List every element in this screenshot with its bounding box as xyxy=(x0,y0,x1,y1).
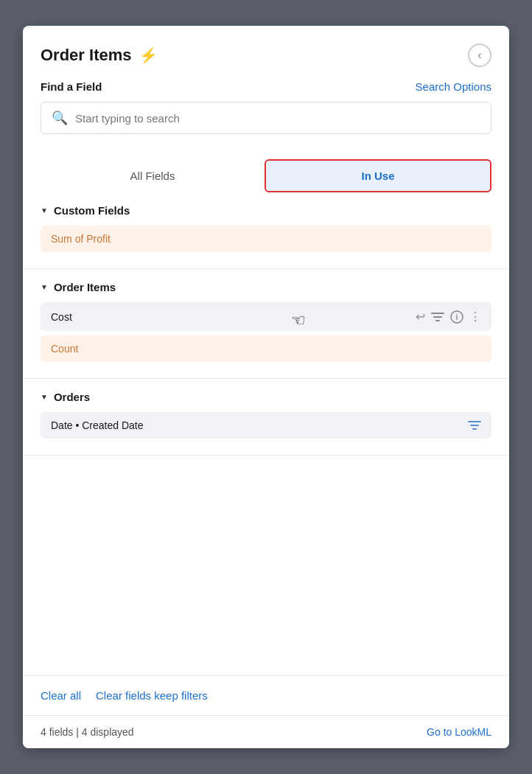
chevron-icon: ▼ xyxy=(41,283,48,291)
field-name: Count xyxy=(51,343,78,355)
section-header-orders[interactable]: ▼ Orders xyxy=(41,391,491,403)
search-box: 🔍 xyxy=(41,102,491,134)
find-field-row: Find a Field Search Options xyxy=(41,80,491,93)
field-icons xyxy=(468,420,481,430)
info-icon[interactable]: i xyxy=(450,310,463,324)
field-date-created[interactable]: Date • Created Date xyxy=(41,412,491,439)
clear-all-button[interactable]: Clear all xyxy=(41,689,81,702)
field-icons: ↩ i xyxy=(416,310,481,324)
field-name: Cost xyxy=(51,311,72,323)
find-field-label: Find a Field xyxy=(41,80,102,93)
section-header-custom-fields[interactable]: ▼ Custom Fields xyxy=(41,204,491,217)
header: Order Items ⚡ ‹ Find a Field Search Opti… xyxy=(23,26,509,146)
chevron-icon: ▼ xyxy=(41,206,48,215)
section-header-order-items[interactable]: ▼ Order Items xyxy=(41,281,491,293)
section-title-order-items: Order Items xyxy=(54,281,116,293)
field-count[interactable]: Count xyxy=(41,335,491,362)
chevron-icon: ▼ xyxy=(41,393,48,401)
field-name: Sum of Profit xyxy=(51,233,111,245)
field-cost[interactable]: Cost ↩ i xyxy=(41,302,491,331)
return-icon[interactable]: ↩ xyxy=(416,310,425,324)
go-to-looker-link[interactable]: Go to LookML xyxy=(427,726,491,738)
filter-lines-icon2[interactable] xyxy=(468,420,481,430)
search-input[interactable] xyxy=(75,112,480,125)
search-options-link[interactable]: Search Options xyxy=(416,80,491,93)
content-area: ▼ Custom Fields Sum of Profit ▼ Order It… xyxy=(23,192,509,675)
field-name: Date • Created Date xyxy=(51,419,144,431)
section-title-custom-fields: Custom Fields xyxy=(54,204,130,217)
panel: Order Items ⚡ ‹ Find a Field Search Opti… xyxy=(23,26,509,748)
tab-all-fields[interactable]: All Fields xyxy=(41,161,265,191)
filter-lines-icon[interactable] xyxy=(431,312,444,322)
section-order-items: ▼ Order Items Cost ↩ xyxy=(23,269,509,379)
header-left: Order Items ⚡ xyxy=(41,46,158,65)
back-icon: ‹ xyxy=(477,49,481,62)
back-button[interactable]: ‹ xyxy=(468,43,491,67)
clear-fields-keep-filters-button[interactable]: Clear fields keep filters xyxy=(96,689,208,702)
section-title-orders: Orders xyxy=(54,391,90,403)
header-top: Order Items ⚡ ‹ xyxy=(41,43,491,67)
status-bar: 4 fields | 4 displayed Go to LookML xyxy=(23,716,509,748)
field-cost-wrapper: Cost ↩ i xyxy=(41,302,491,331)
footer-links: Clear all Clear fields keep filters xyxy=(23,675,509,716)
bolt-icon: ⚡ xyxy=(139,46,158,64)
page-title: Order Items xyxy=(41,46,132,65)
field-sum-of-profit[interactable]: Sum of Profit xyxy=(41,226,491,252)
status-text: 4 fields | 4 displayed xyxy=(41,726,134,738)
svg-text:i: i xyxy=(456,313,458,321)
section-orders: ▼ Orders Date • Created Date xyxy=(23,379,509,456)
search-icon: 🔍 xyxy=(52,110,68,126)
tabs-row: All Fields In Use xyxy=(23,146,509,192)
section-custom-fields: ▼ Custom Fields Sum of Profit xyxy=(23,192,509,269)
tab-in-use[interactable]: In Use xyxy=(265,159,491,192)
more-icon[interactable]: ⋮ xyxy=(469,310,481,324)
spacer xyxy=(23,456,509,470)
